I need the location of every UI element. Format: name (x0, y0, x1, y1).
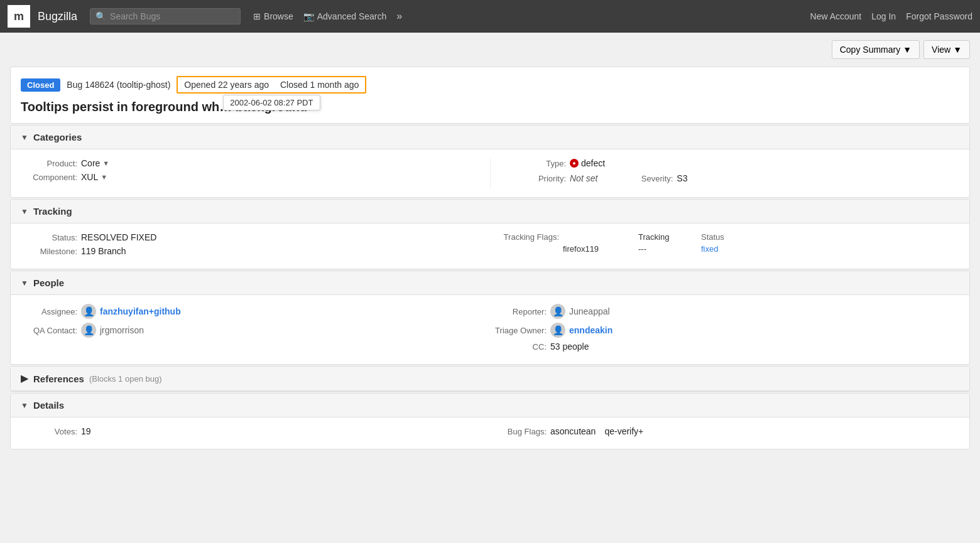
search-box[interactable]: 🔍 (90, 8, 241, 24)
tf-firefox-browser: firefox119 (563, 244, 613, 254)
type-value: ● defect (570, 158, 605, 168)
tf-header: Tracking Status (563, 232, 724, 242)
advanced-search-link[interactable]: 📷 Advanced Search (303, 11, 387, 21)
votes-row: Votes: 19 (21, 426, 490, 436)
details-grid: Votes: 19 Bug Flags: asoncutean qe-verif… (21, 426, 959, 440)
component-value[interactable]: XUL ▼ (81, 172, 107, 182)
bug-flags-extra: qe-verify+ (604, 426, 643, 436)
search-input[interactable] (110, 11, 223, 21)
reporter-row: Reporter: 👤 Juneappal (490, 304, 959, 319)
cc-row: CC: 53 people (490, 341, 959, 352)
navbar: m Bugzilla 🔍 ⊞ Browse 📷 Advanced Search … (0, 0, 980, 33)
triage-owner-name[interactable]: enndeakin (569, 325, 612, 335)
tf-firefox-tracking: --- (638, 244, 676, 254)
copy-summary-button[interactable]: Copy Summary ▼ (832, 40, 920, 59)
tracking-header[interactable]: ▼ Tracking (11, 200, 969, 223)
tracking-body: Status: RESOLVED FIXED Milestone: 119 Br… (11, 223, 969, 269)
product-label: Product: (21, 159, 77, 168)
tracking-flags-table: Tracking Status firefox119 --- fixed (563, 232, 724, 254)
categories-body: Product: Core ▼ Component: XUL ▼ (11, 149, 969, 197)
nav-right: New Account Log In Forgot Password (810, 11, 972, 21)
details-chevron: ▼ (21, 401, 28, 410)
product-row: Product: Core ▼ (21, 158, 490, 168)
view-label: View (932, 45, 950, 55)
browse-link[interactable]: ⊞ Browse (253, 11, 293, 21)
forgot-password-link[interactable]: Forgot Password (906, 11, 972, 21)
main-content: Copy Summary ▼ View ▼ Closed Bug 148624 … (0, 33, 980, 458)
qa-contact-label: QA Contact: (21, 326, 77, 335)
bug-flags-label: Bug Flags: (490, 427, 547, 436)
qa-contact-name[interactable]: jrgmorrison (100, 325, 144, 335)
assignee-name[interactable]: fanzhuyifan+github (100, 306, 181, 316)
people-section: ▼ People Assignee: 👤 fanzhuyifan+github … (10, 271, 970, 365)
new-account-link[interactable]: New Account (810, 11, 862, 21)
product-dropdown-arrow: ▼ (102, 159, 109, 167)
tracking-chevron: ▼ (21, 207, 28, 216)
tf-col-tracking-header: Tracking (638, 232, 676, 242)
categories-header[interactable]: ▼ Categories (11, 126, 969, 149)
copy-summary-arrow: ▼ (903, 45, 912, 55)
component-label: Component: (21, 173, 77, 182)
priority-value: Not set (570, 173, 597, 183)
tf-firefox-status: fixed (701, 244, 718, 254)
bug-dates[interactable]: Opened 22 years ago Closed 1 month ago (177, 76, 366, 94)
bug-dates-wrapper[interactable]: Opened 22 years ago Closed 1 month ago 2… (177, 76, 366, 94)
votes-label: Votes: (21, 427, 77, 436)
component-dropdown-arrow: ▼ (101, 173, 107, 181)
references-header[interactable]: ▶ References (Blocks 1 open bug) (11, 367, 969, 391)
reporter-name[interactable]: Juneappal (569, 306, 610, 316)
bug-flags-row: Bug Flags: asoncutean qe-verify+ (490, 426, 959, 436)
browse-label: Browse (264, 11, 293, 21)
details-header[interactable]: ▼ Details (11, 394, 969, 417)
view-button[interactable]: View ▼ (923, 40, 970, 59)
priority-label: Priority: (509, 174, 566, 183)
triage-owner-row: Triage Owner: 👤 enndeakin (490, 323, 959, 338)
severity-value: S3 (677, 173, 687, 183)
details-label: Details (33, 400, 64, 411)
tracking-milestone-value: 119 Branch (81, 246, 126, 256)
tracking-right: Tracking Flags: Tracking Status firefox1… (490, 232, 959, 260)
references-section: ▶ References (Blocks 1 open bug) (10, 366, 970, 392)
triage-owner-avatar: 👤 (550, 323, 565, 338)
tracking-flags-row: Tracking Flags: Tracking Status firefox1… (490, 232, 959, 254)
logo: m (8, 5, 30, 28)
votes-value: 19 (81, 426, 91, 436)
categories-right: Type: ● defect Priority: Not set Severit… (490, 158, 959, 188)
advanced-search-label: Advanced Search (317, 11, 387, 21)
browse-icon: ⊞ (253, 11, 261, 21)
closed-date: Closed 1 month ago (280, 80, 359, 90)
categories-label: Categories (33, 132, 82, 142)
tf-col-browser-header (563, 232, 613, 242)
tf-col-status-header: Status (701, 232, 724, 242)
details-body: Votes: 19 Bug Flags: asoncutean qe-verif… (11, 417, 969, 449)
details-left: Votes: 19 (21, 426, 490, 440)
status-badge: Closed (21, 78, 60, 92)
people-grid: Assignee: 👤 fanzhuyifan+github QA Contac… (21, 304, 959, 355)
bug-title: Tooltips persist in foreground wh… backg… (21, 100, 959, 114)
people-body: Assignee: 👤 fanzhuyifan+github QA Contac… (11, 295, 969, 364)
qa-contact-avatar: 👤 (81, 323, 96, 338)
tracking-label: Tracking (33, 206, 72, 217)
assignee-avatar: 👤 (81, 304, 96, 319)
bug-flags-value[interactable]: asoncutean (550, 426, 596, 436)
references-label: References (33, 374, 84, 384)
nav-links: ⊞ Browse 📷 Advanced Search » (253, 11, 402, 22)
cc-value: 53 people (550, 341, 589, 352)
type-label: Type: (509, 159, 566, 168)
people-header[interactable]: ▼ People (11, 271, 969, 295)
tooltip-date: 2002-06-02 08:27 PDT (223, 95, 320, 110)
copy-summary-label: Copy Summary (840, 45, 900, 55)
opened-date: Opened 22 years ago (184, 80, 269, 90)
more-nav-button[interactable]: » (396, 11, 402, 22)
tf-row-firefox: firefox119 --- fixed (563, 244, 724, 254)
assignee-label: Assignee: (21, 307, 77, 316)
tracking-left: Status: RESOLVED FIXED Milestone: 119 Br… (21, 232, 490, 260)
log-in-link[interactable]: Log In (871, 11, 896, 21)
tracking-status-value: RESOLVED FIXED (81, 232, 156, 242)
people-left: Assignee: 👤 fanzhuyifan+github QA Contac… (21, 304, 490, 355)
references-note: (Blocks 1 open bug) (89, 374, 162, 384)
reporter-label: Reporter: (490, 307, 547, 316)
tracking-milestone-row: Milestone: 119 Branch (21, 246, 490, 256)
product-value[interactable]: Core ▼ (81, 158, 109, 168)
people-chevron: ▼ (21, 279, 28, 288)
